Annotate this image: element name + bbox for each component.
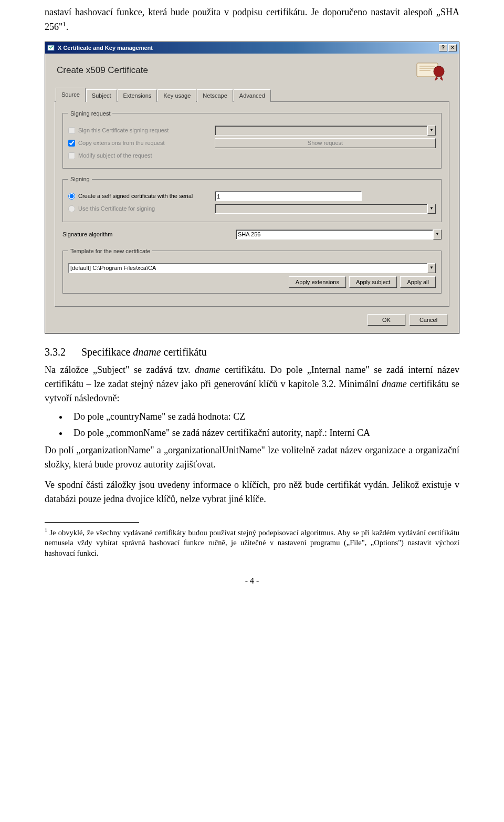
paragraph-3: Do polí „organizationName" a „organizati… (45, 443, 459, 472)
tabpanel-source: Signing request Sign this Certificate si… (55, 102, 449, 307)
combo-template[interactable]: ▼ (68, 263, 436, 273)
radio-use-cert[interactable] (68, 205, 75, 212)
combo-template-input[interactable] (68, 263, 427, 273)
tabstrip: Source Subject Extensions Key usage Nets… (55, 87, 449, 102)
svg-point-5 (434, 66, 444, 77)
footnote-rule (45, 522, 139, 523)
legend-signing-request: Signing request (68, 109, 112, 118)
legend-template: Template for the new certificate (68, 247, 152, 256)
label-sign-csr: Sign this Certificate signing request (78, 126, 215, 135)
row-sign-csr: Sign this Certificate signing request ▼ (68, 125, 436, 136)
footnote-text: Je obvyklé, že všechny vydávané certifik… (45, 528, 459, 557)
tab-subject[interactable]: Subject (86, 89, 117, 102)
label-self-signed: Create a self signed certificate with th… (78, 192, 215, 201)
checkbox-modify-subj[interactable] (68, 152, 75, 159)
dialog-footer: OK Cancel (55, 314, 449, 326)
bullet-list: Do pole „countryName" se zadá hodnota: C… (68, 410, 459, 440)
legend-signing: Signing (68, 175, 92, 184)
window-title: X Certificate and Key management (58, 44, 438, 53)
label-signature-algorithm: Signature algorithm (62, 230, 236, 239)
certificate-seal-icon (415, 60, 447, 81)
help-button[interactable]: ? (439, 44, 447, 51)
checkbox-sign-csr[interactable] (68, 127, 75, 134)
chevron-down-icon[interactable]: ▼ (433, 230, 442, 240)
paragraph-2: Na záložce „Subject" se zadává tzv. dnam… (45, 363, 459, 405)
tab-extensions[interactable]: Extensions (118, 89, 158, 102)
dialog-body: Create x509 Certificate Source Subject E… (45, 54, 459, 333)
combo-sigalg-input[interactable] (236, 230, 433, 240)
radio-self-signed[interactable] (68, 193, 75, 200)
dialog-header: Create x509 Certificate (55, 60, 449, 81)
paragraph-intro: nastaví hashovací funkce, která bude pou… (45, 5, 459, 34)
apply-extensions-button[interactable]: Apply extensions (289, 276, 346, 288)
tab-advanced[interactable]: Advanced (234, 89, 271, 102)
show-request-button[interactable]: Show request (215, 138, 436, 148)
chevron-down-icon[interactable]: ▼ (427, 126, 436, 136)
heading-suffix: certifikátu (161, 346, 207, 358)
apply-subject-button[interactable]: Apply subject (349, 276, 397, 288)
chevron-down-icon[interactable]: ▼ (427, 263, 436, 273)
text: nastaví hashovací funkce, která bude pou… (45, 7, 459, 32)
template-buttons: Apply extensions Apply subject Apply all (68, 276, 436, 288)
group-template: Template for the new certificate ▼ Apply… (62, 247, 442, 294)
section-heading: 3.3.2Specifikace dname certifikátu (45, 344, 459, 360)
combo-csr-input[interactable] (215, 126, 427, 136)
label-copy-ext: Copy extensions from the request (78, 139, 215, 148)
combo-signature-algorithm[interactable]: ▼ (236, 230, 442, 240)
row-copy-ext: Copy extensions from the request Show re… (68, 138, 436, 148)
tab-netscape[interactable]: Netscape (197, 89, 233, 102)
row-modify-subj: Modify subject of the request (68, 150, 436, 161)
row-template: ▼ (68, 263, 436, 273)
close-button[interactable]: × (448, 44, 457, 51)
titlebar: X Certificate and Key management ? × (45, 42, 459, 54)
combo-csr[interactable]: ▼ (215, 126, 436, 136)
chevron-down-icon[interactable]: ▼ (427, 204, 436, 214)
combo-signer-input[interactable] (215, 204, 427, 214)
list-item: Do pole „commonName" se zadá název certi… (68, 426, 459, 440)
group-signing: Signing Create a self signed certificate… (62, 175, 442, 222)
row-signature-algorithm: Signature algorithm ▼ (62, 230, 442, 240)
page-number: - 4 - (45, 575, 459, 587)
text: . (66, 22, 69, 32)
label-modify-subj: Modify subject of the request (78, 151, 215, 160)
apply-all-button[interactable]: Apply all (400, 276, 436, 288)
app-screenshot: X Certificate and Key management ? × Cre… (45, 41, 459, 334)
combo-signer-cert[interactable]: ▼ (215, 204, 436, 214)
checkbox-copy-ext[interactable] (68, 140, 75, 147)
tab-key-usage[interactable]: Key usage (158, 89, 196, 102)
label-use-cert: Use this Certificate for signing (78, 204, 215, 213)
cancel-button[interactable]: Cancel (410, 314, 447, 326)
ok-button[interactable]: OK (368, 314, 405, 326)
list-item: Do pole „countryName" se zadá hodnota: C… (68, 410, 459, 424)
row-use-cert: Use this Certificate for signing ▼ (68, 204, 436, 214)
row-self-signed: Create a self signed certificate with th… (68, 191, 436, 202)
footnote: 1 Je obvyklé, že všechny vydávané certif… (45, 527, 459, 559)
heading-em: dname (133, 346, 161, 358)
group-signing-request: Signing request Sign this Certificate si… (62, 109, 442, 169)
tab-source[interactable]: Source (56, 88, 86, 102)
dialog-title: Create x509 Certificate (57, 64, 148, 77)
paragraph-4: Ve spodní části záložky jsou uvedeny inf… (45, 478, 459, 506)
serial-input[interactable] (215, 191, 362, 201)
heading-prefix: Specifikace (81, 346, 133, 358)
app-icon (47, 44, 55, 51)
section-number: 3.3.2 (45, 344, 81, 360)
